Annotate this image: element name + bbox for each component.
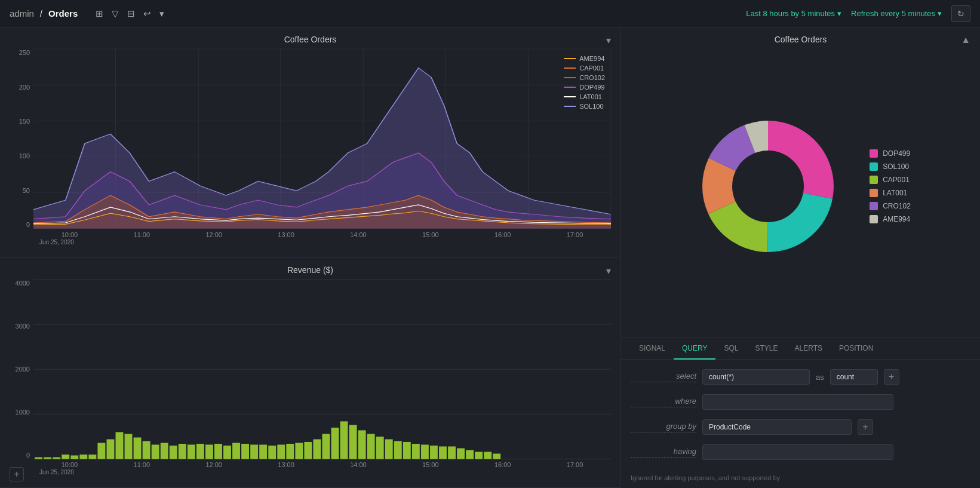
donut-legend: DOP499 SOL100 CAP001 LAT001 [870,149,911,223]
main-layout: Coffee Orders ▾ 250 200 150 100 50 0 [0,27,980,488]
svg-rect-28 [97,443,105,459]
x-label-rev-1000: 10:00 [62,461,78,468]
donut-color-dop499 [870,149,878,158]
x-label-rev-1300: 13:00 [278,461,294,468]
x-label-1500: 15:00 [422,231,439,238]
svg-rect-61 [394,441,402,459]
revenue-chart: 4000 3000 2000 1000 0 [10,280,611,477]
tab-style[interactable]: STYLE [747,338,787,360]
legend-label-lat001: LAT001 [579,93,602,100]
svg-rect-34 [152,444,159,459]
svg-point-79 [735,153,801,220]
save-icon[interactable]: ⊟ [127,8,135,19]
donut-label-lat001: LAT001 [883,189,907,197]
legend-color-ame994 [564,58,576,59]
revenue-chevron[interactable]: ▾ [606,265,611,277]
donut-legend-dop499: DOP499 [870,149,911,158]
legend-color-lat001 [564,96,576,97]
donut-label-cro102: CRO102 [883,202,911,210]
add-panel-button[interactable]: + [10,467,24,481]
svg-rect-49 [286,443,294,459]
svg-rect-45 [250,444,258,459]
svg-rect-56 [349,425,357,459]
donut-chevron[interactable]: ▲ [961,35,970,45]
group-by-input[interactable] [702,419,852,435]
donut-color-lat001 [870,189,878,197]
legend-label-cro102: CRO102 [579,74,605,81]
as-input[interactable] [830,369,878,385]
y-axis-bottom: 4000 3000 2000 1000 0 [10,280,33,459]
where-row: where [631,394,970,410]
time-range-chevron: ▾ [837,9,841,18]
bar-chart-svg [33,280,611,459]
svg-rect-29 [106,439,114,459]
top-chart-date: Jun 25, 2020 [39,239,74,245]
svg-rect-70 [475,452,483,459]
filter-icon[interactable]: ▽ [112,8,119,19]
donut-label-sol100: SOL100 [883,162,909,171]
page-title: Orders [48,8,78,19]
select-label: select [631,372,696,382]
svg-rect-33 [143,441,150,459]
svg-rect-57 [358,430,366,459]
refresh-button[interactable]: ↻ [951,5,970,22]
line-chart-area: AME994 CAP001 CRO102 DOP499 [33,49,611,229]
select-add-button[interactable]: + [884,369,899,385]
x-label-1400: 14:00 [350,231,367,238]
group-by-label: group by [631,422,696,432]
svg-rect-71 [484,452,491,459]
undo-icon[interactable]: ↩ [143,8,151,19]
select-input[interactable] [702,369,810,385]
y-label-3000: 3000 [16,323,30,330]
donut-panel: Coffee Orders ▲ [621,27,980,338]
tab-signal[interactable]: SIGNAL [631,338,674,360]
select-row: select as + [631,369,970,385]
svg-rect-43 [232,443,240,459]
svg-rect-37 [179,443,186,459]
tab-alerts[interactable]: ALERTS [787,338,831,360]
tab-query[interactable]: QUERY [674,338,715,360]
svg-rect-55 [340,421,348,459]
y-axis-top: 250 200 150 100 50 0 [10,49,33,229]
time-range-selector[interactable]: Last 8 hours by 5 minutes ▾ [746,9,841,18]
donut-chart-area: DOP499 SOL100 CAP001 LAT001 [633,49,968,324]
coffee-orders-chevron[interactable]: ▾ [606,35,611,46]
tab-position[interactable]: POSITION [831,338,881,360]
expand-icon[interactable]: ⊞ [96,8,103,19]
where-label: where [631,397,696,407]
refresh-selector[interactable]: Refresh every 5 minutes ▾ [851,9,942,18]
svg-rect-47 [268,445,276,459]
svg-rect-46 [259,444,267,459]
x-label-rev-1200: 12:00 [205,461,222,468]
svg-rect-26 [79,454,87,459]
dropdown-icon[interactable]: ▾ [159,8,164,19]
y-label-200: 200 [19,84,30,91]
header-icons: ⊞ ▽ ⊟ ↩ ▾ [96,8,164,19]
query-note: Ignored for alerting purposes, and not s… [621,469,980,486]
x-label-rev-1700: 17:00 [567,461,583,468]
svg-rect-51 [304,441,312,459]
query-rows: select as + where group by + [621,360,980,469]
time-range-label: Last 8 hours by 5 minutes [746,9,835,18]
svg-rect-65 [430,445,438,459]
refresh-chevron: ▾ [938,9,942,18]
line-chart-svg [33,49,611,229]
group-by-add-button[interactable]: + [858,419,873,435]
donut-label-cap001: CAP001 [883,176,910,184]
svg-rect-59 [376,436,384,459]
revenue-panel: Revenue ($) ▾ 4000 3000 2000 1000 0 [0,258,620,489]
having-input[interactable] [702,444,893,460]
x-axis-bottom: 10:00 11:00 12:00 13:00 14:00 15:00 16:0… [33,459,611,477]
where-input[interactable] [702,394,893,410]
header-right: Last 8 hours by 5 minutes ▾ Refresh ever… [746,5,970,22]
legend-color-cap001 [564,67,576,69]
right-panel: Coffee Orders ▲ [621,27,980,488]
x-label-1600: 16:00 [494,231,511,238]
y-label-2000: 2000 [16,366,30,373]
svg-rect-63 [412,443,420,459]
x-label-rev-1500: 15:00 [422,461,439,468]
coffee-orders-panel: Coffee Orders ▾ 250 200 150 100 50 0 [0,27,620,258]
svg-rect-54 [331,427,339,459]
tab-sql[interactable]: SQL [715,338,746,360]
legend-item-sol100: SOL100 [564,103,605,110]
